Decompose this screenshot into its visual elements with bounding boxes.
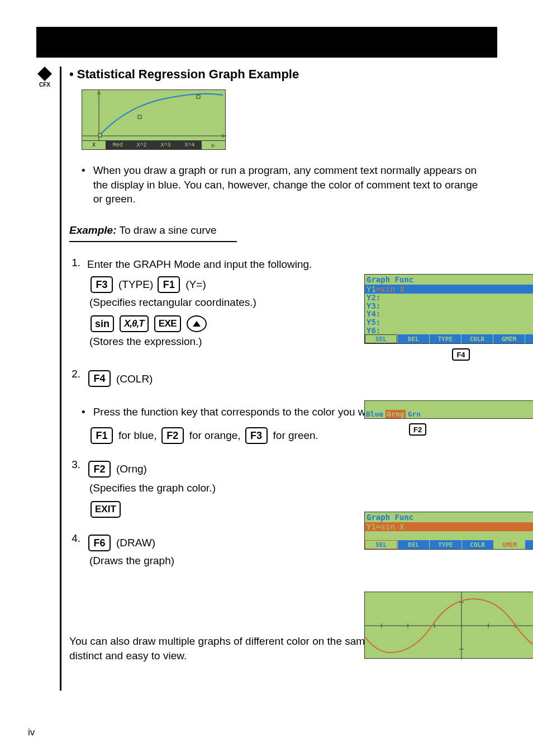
soft-gmem-2[interactable]: GMEM	[494, 540, 525, 549]
softkey-x2[interactable]: X^2	[130, 141, 154, 149]
step1-sub1: (Specifies rectangular coordinates.)	[89, 296, 312, 309]
softkey-med[interactable]: Med	[106, 141, 130, 149]
comment-color-explanation: • When you draw a graph or run a program…	[69, 163, 494, 206]
fkey-f4-indicator: F4	[452, 348, 469, 361]
example-underline	[69, 241, 237, 242]
soft-draw[interactable]: DRAW	[525, 334, 533, 343]
orng-label: (Orng)	[116, 461, 147, 477]
section-title: • Statistical Regression Graph Example	[69, 67, 494, 82]
soft-sel[interactable]: SEL	[365, 334, 397, 343]
margin-cfx-icon: CFX	[37, 66, 53, 88]
key-f1[interactable]: F1	[158, 276, 180, 293]
soft-sel-2[interactable]: SEL	[365, 540, 397, 549]
draw-label: (DRAW)	[116, 535, 155, 551]
softkey-next[interactable]: ▷	[202, 141, 225, 149]
regression-graph-screenshot: X Med X^2 X^3 X^4 ▷	[82, 89, 226, 150]
soft-type[interactable]: TYPE	[430, 334, 461, 343]
colr-label: (COLR)	[116, 371, 153, 387]
softkey-x4[interactable]: X^4	[178, 141, 202, 149]
fkey-f2-indicator: F2	[409, 423, 426, 436]
key-f1-blue[interactable]: F1	[91, 427, 113, 444]
step1-sub2: (Stores the expression.)	[89, 336, 312, 348]
step1-number: 1.	[69, 257, 80, 269]
vertical-rule	[60, 67, 61, 691]
key-f3-green[interactable]: F3	[245, 427, 268, 444]
key-f2-orng[interactable]: F2	[88, 461, 111, 478]
soft-gmem[interactable]: GMEM	[493, 334, 525, 343]
key-up[interactable]	[187, 315, 207, 332]
page-number: iv	[28, 727, 35, 738]
svg-rect-3	[98, 134, 102, 137]
step4-number: 4.	[69, 532, 80, 545]
softkey-x[interactable]: X	[82, 141, 106, 149]
ye-label: (Y=)	[185, 278, 206, 291]
step3-sub: (Specifies the graph color.)	[89, 482, 494, 494]
label-green: for green.	[273, 429, 318, 442]
key-f4[interactable]: F4	[88, 370, 111, 387]
key-f2-orange[interactable]: F2	[161, 427, 184, 444]
graph-func-screenshot-1: Graph Func:Y= Y1=sin X Y2: Y3: Y4: Y5: Y…	[364, 274, 533, 344]
soft-del[interactable]: DEL	[398, 334, 429, 343]
soft-draw-2[interactable]: DRAW	[525, 540, 533, 549]
tab-orng[interactable]: Orng	[386, 410, 405, 418]
soft-type-2[interactable]: TYPE	[430, 540, 461, 549]
sine-graph-screenshot	[364, 592, 533, 659]
step3-number: 3.	[69, 459, 80, 471]
color-menu-screenshot: Blue Orng Grn	[364, 400, 533, 419]
tab-grn[interactable]: Grn	[408, 410, 421, 418]
svg-rect-5	[197, 95, 200, 98]
key-f6-draw[interactable]: F6	[88, 535, 111, 551]
key-exe[interactable]: EXE	[154, 315, 182, 332]
label-orange: for orange,	[189, 429, 241, 442]
example-line: Example: To draw a sine curve	[69, 224, 494, 237]
soft-del-2[interactable]: DEL	[398, 540, 429, 549]
header-blackbar	[36, 27, 497, 58]
key-x-theta-t[interactable]: X,θ,T	[120, 315, 149, 332]
key-exit[interactable]: EXIT	[91, 501, 121, 518]
soft-colr-2[interactable]: COLR	[462, 540, 493, 549]
graph-func-screenshot-2: Graph Func:Y= Y1=sin X SEL DEL TYPE COLR…	[364, 512, 533, 550]
key-sin[interactable]: sin	[91, 315, 114, 332]
svg-rect-0	[43, 72, 46, 75]
svg-rect-4	[138, 115, 141, 119]
soft-colr[interactable]: COLR	[461, 334, 493, 343]
regression-softkeys: X Med X^2 X^3 X^4 ▷	[82, 140, 225, 149]
label-blue: for blue,	[118, 429, 157, 442]
cfx-label: CFX	[37, 82, 53, 88]
softkey-x3[interactable]: X^3	[154, 141, 178, 149]
step2-number: 2.	[69, 368, 80, 380]
type-label: (TYPE)	[118, 278, 153, 291]
key-f3[interactable]: F3	[91, 276, 113, 293]
tab-blue[interactable]: Blue	[366, 410, 383, 418]
step1-text: Enter the GRAPH Mode and input the follo…	[87, 257, 312, 272]
